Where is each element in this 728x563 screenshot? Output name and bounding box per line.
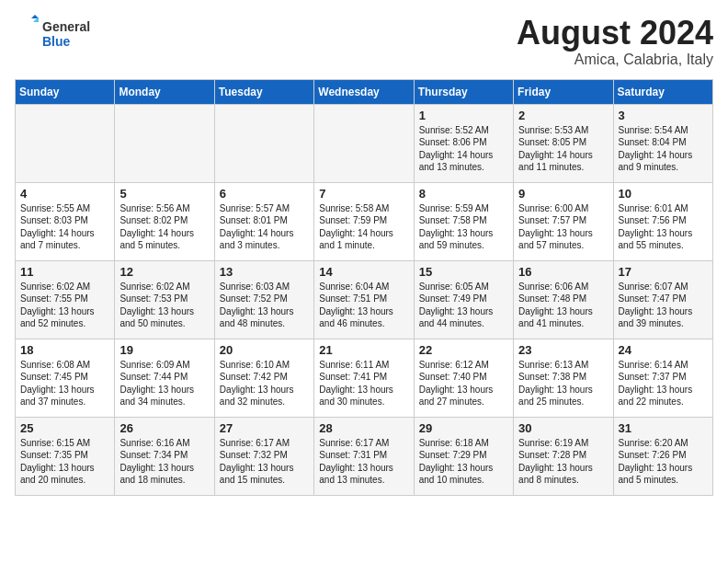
week-row-1: 1Sunrise: 5:52 AM Sunset: 8:06 PM Daylig… <box>16 104 713 182</box>
day-info: Sunrise: 6:11 AM Sunset: 7:41 PM Dayligh… <box>319 359 408 408</box>
calendar-cell: 4Sunrise: 5:55 AM Sunset: 8:03 PM Daylig… <box>16 182 115 260</box>
day-info: Sunrise: 6:13 AM Sunset: 7:38 PM Dayligh… <box>518 359 608 408</box>
day-number: 30 <box>518 421 608 435</box>
day-number: 11 <box>20 265 109 279</box>
calendar-cell: 12Sunrise: 6:02 AM Sunset: 7:53 PM Dayli… <box>115 260 214 339</box>
calendar-cell: 18Sunrise: 6:08 AM Sunset: 7:45 PM Dayli… <box>16 339 115 417</box>
day-number: 3 <box>619 109 708 122</box>
calendar-cell: 17Sunrise: 6:07 AM Sunset: 7:47 PM Dayli… <box>613 260 712 339</box>
day-info: Sunrise: 6:19 AM Sunset: 7:28 PM Dayligh… <box>518 437 608 487</box>
logo: General Blue <box>15 15 116 52</box>
day-number: 25 <box>20 421 109 435</box>
calendar-cell: 24Sunrise: 6:14 AM Sunset: 7:37 PM Dayli… <box>613 339 712 417</box>
day-info: Sunrise: 5:56 AM Sunset: 8:02 PM Dayligh… <box>119 202 209 252</box>
day-info: Sunrise: 5:52 AM Sunset: 8:06 PM Dayligh… <box>419 124 508 174</box>
logo-svg: General Blue <box>15 15 116 52</box>
header-day-sunday: Sunday <box>16 79 115 104</box>
calendar-cell: 14Sunrise: 6:04 AM Sunset: 7:51 PM Dayli… <box>314 260 414 339</box>
calendar-cell <box>214 104 313 182</box>
calendar-cell: 28Sunrise: 6:17 AM Sunset: 7:31 PM Dayli… <box>314 417 414 495</box>
calendar-cell: 27Sunrise: 6:17 AM Sunset: 7:32 PM Dayli… <box>214 417 313 495</box>
header-day-thursday: Thursday <box>414 79 513 104</box>
calendar-cell: 22Sunrise: 6:12 AM Sunset: 7:40 PM Dayli… <box>414 339 513 417</box>
day-number: 16 <box>518 265 608 279</box>
day-number: 19 <box>119 343 209 357</box>
day-info: Sunrise: 5:54 AM Sunset: 8:04 PM Dayligh… <box>619 124 708 174</box>
day-info: Sunrise: 6:17 AM Sunset: 7:32 PM Dayligh… <box>220 437 309 487</box>
day-number: 1 <box>419 109 508 122</box>
day-info: Sunrise: 6:07 AM Sunset: 7:47 PM Dayligh… <box>619 281 708 330</box>
calendar-body: 1Sunrise: 5:52 AM Sunset: 8:06 PM Daylig… <box>16 104 713 495</box>
calendar-cell: 29Sunrise: 6:18 AM Sunset: 7:29 PM Dayli… <box>414 417 513 495</box>
calendar-cell: 23Sunrise: 6:13 AM Sunset: 7:38 PM Dayli… <box>514 339 613 417</box>
day-number: 24 <box>619 343 708 357</box>
calendar-cell: 6Sunrise: 5:57 AM Sunset: 8:01 PM Daylig… <box>214 182 313 260</box>
calendar-table: SundayMondayTuesdayWednesdayThursdayFrid… <box>15 79 713 496</box>
day-number: 28 <box>319 421 408 435</box>
day-number: 18 <box>20 343 109 357</box>
day-number: 26 <box>119 421 209 435</box>
day-number: 21 <box>319 343 408 357</box>
day-number: 29 <box>419 421 508 435</box>
day-info: Sunrise: 6:16 AM Sunset: 7:34 PM Dayligh… <box>119 437 209 487</box>
calendar-cell <box>314 104 414 182</box>
day-number: 22 <box>419 343 508 357</box>
header-day-wednesday: Wednesday <box>314 79 414 104</box>
calendar-cell: 11Sunrise: 6:02 AM Sunset: 7:55 PM Dayli… <box>16 260 115 339</box>
day-number: 20 <box>220 343 309 357</box>
calendar-cell: 20Sunrise: 6:10 AM Sunset: 7:42 PM Dayli… <box>214 339 313 417</box>
day-info: Sunrise: 6:02 AM Sunset: 7:55 PM Dayligh… <box>20 281 109 330</box>
subtitle: Amica, Calabria, Italy <box>517 52 713 68</box>
calendar-cell: 25Sunrise: 6:15 AM Sunset: 7:35 PM Dayli… <box>16 417 115 495</box>
title-block: August 2024 Amica, Calabria, Italy <box>517 15 713 68</box>
day-info: Sunrise: 6:03 AM Sunset: 7:52 PM Dayligh… <box>220 281 309 330</box>
svg-rect-4 <box>17 24 37 50</box>
day-info: Sunrise: 5:58 AM Sunset: 7:59 PM Dayligh… <box>319 202 408 252</box>
day-number: 12 <box>119 265 209 279</box>
day-info: Sunrise: 6:08 AM Sunset: 7:45 PM Dayligh… <box>20 359 109 408</box>
day-number: 27 <box>220 421 309 435</box>
calendar-cell <box>115 104 214 182</box>
day-info: Sunrise: 6:12 AM Sunset: 7:40 PM Dayligh… <box>419 359 508 408</box>
svg-text:Blue: Blue <box>42 34 71 49</box>
calendar-cell <box>16 104 115 182</box>
calendar-cell: 1Sunrise: 5:52 AM Sunset: 8:06 PM Daylig… <box>414 104 513 182</box>
day-info: Sunrise: 5:59 AM Sunset: 7:58 PM Dayligh… <box>419 202 508 252</box>
day-info: Sunrise: 6:00 AM Sunset: 7:57 PM Dayligh… <box>518 202 608 252</box>
day-number: 10 <box>619 187 708 201</box>
day-number: 31 <box>619 421 708 435</box>
day-info: Sunrise: 6:17 AM Sunset: 7:31 PM Dayligh… <box>319 437 408 487</box>
svg-text:General: General <box>42 19 90 34</box>
main-title: August 2024 <box>517 15 713 52</box>
calendar-cell: 21Sunrise: 6:11 AM Sunset: 7:41 PM Dayli… <box>314 339 414 417</box>
day-info: Sunrise: 6:09 AM Sunset: 7:44 PM Dayligh… <box>119 359 209 408</box>
day-number: 23 <box>518 343 608 357</box>
day-number: 9 <box>518 187 608 201</box>
day-number: 13 <box>220 265 309 279</box>
day-number: 17 <box>619 265 708 279</box>
calendar-cell: 31Sunrise: 6:20 AM Sunset: 7:26 PM Dayli… <box>613 417 712 495</box>
header-day-friday: Friday <box>514 79 613 104</box>
calendar-cell: 16Sunrise: 6:06 AM Sunset: 7:48 PM Dayli… <box>514 260 613 339</box>
day-number: 4 <box>20 187 109 201</box>
day-info: Sunrise: 5:53 AM Sunset: 8:05 PM Dayligh… <box>518 124 608 174</box>
day-number: 6 <box>220 187 309 201</box>
day-info: Sunrise: 6:10 AM Sunset: 7:42 PM Dayligh… <box>220 359 309 408</box>
header-day-saturday: Saturday <box>613 79 712 104</box>
day-info: Sunrise: 6:02 AM Sunset: 7:53 PM Dayligh… <box>119 281 209 330</box>
header-row: SundayMondayTuesdayWednesdayThursdayFrid… <box>16 79 713 104</box>
day-number: 7 <box>319 187 408 201</box>
day-info: Sunrise: 6:05 AM Sunset: 7:49 PM Dayligh… <box>419 281 508 330</box>
page-header: General Blue August 2024 Amica, Calabria… <box>15 15 713 68</box>
calendar-cell: 7Sunrise: 5:58 AM Sunset: 7:59 PM Daylig… <box>314 182 414 260</box>
day-info: Sunrise: 6:18 AM Sunset: 7:29 PM Dayligh… <box>419 437 508 487</box>
calendar-cell: 5Sunrise: 5:56 AM Sunset: 8:02 PM Daylig… <box>115 182 214 260</box>
calendar-cell: 19Sunrise: 6:09 AM Sunset: 7:44 PM Dayli… <box>115 339 214 417</box>
calendar-header: SundayMondayTuesdayWednesdayThursdayFrid… <box>16 79 713 104</box>
calendar-cell: 10Sunrise: 6:01 AM Sunset: 7:56 PM Dayli… <box>613 182 712 260</box>
day-info: Sunrise: 6:15 AM Sunset: 7:35 PM Dayligh… <box>20 437 109 487</box>
week-row-4: 18Sunrise: 6:08 AM Sunset: 7:45 PM Dayli… <box>16 339 713 417</box>
day-info: Sunrise: 6:06 AM Sunset: 7:48 PM Dayligh… <box>518 281 608 330</box>
calendar-cell: 3Sunrise: 5:54 AM Sunset: 8:04 PM Daylig… <box>613 104 712 182</box>
calendar-cell: 2Sunrise: 5:53 AM Sunset: 8:05 PM Daylig… <box>514 104 613 182</box>
